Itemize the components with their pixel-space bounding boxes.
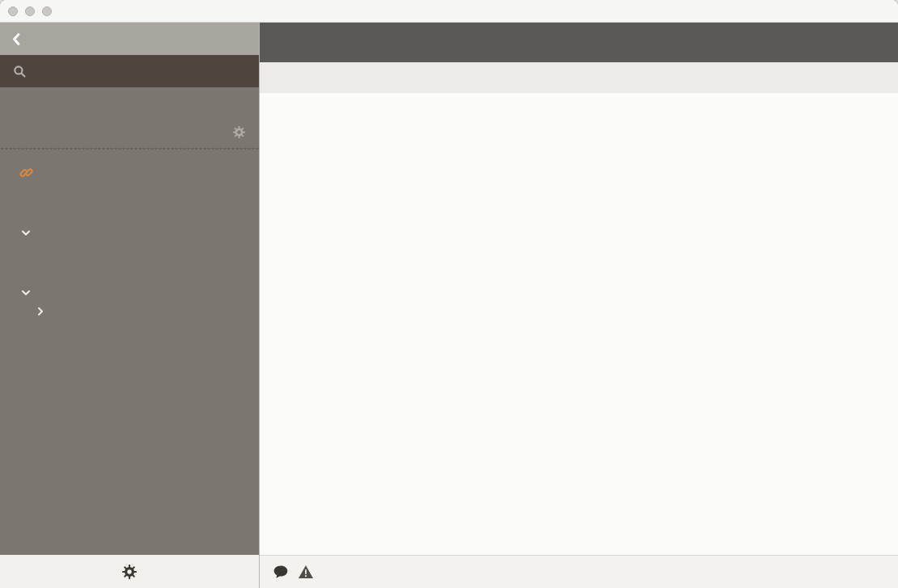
sidebar-header — [0, 23, 259, 55]
title-bar — [0, 0, 898, 23]
zigzag-divider — [0, 148, 259, 151]
status-bar — [260, 555, 898, 588]
source-file-row[interactable] — [0, 120, 259, 144]
less-section-heading — [0, 264, 259, 283]
source-section-heading — [0, 100, 259, 120]
sidebar-body — [0, 87, 259, 555]
less-root-folder-row[interactable] — [0, 283, 259, 302]
chevron-left-icon — [10, 32, 23, 46]
css-section-heading — [0, 204, 259, 223]
css-file-row[interactable] — [0, 242, 259, 260]
search-icon — [13, 65, 27, 78]
settings-gear-icon[interactable] — [121, 564, 138, 580]
window-close-button[interactable] — [8, 6, 18, 16]
log-bubble-icon[interactable] — [273, 565, 289, 580]
sidebar-footer — [0, 555, 259, 588]
back-button[interactable] — [0, 23, 32, 55]
css-folder-row[interactable] — [0, 223, 259, 242]
window-controls — [8, 6, 52, 16]
window-zoom-button[interactable] — [42, 6, 52, 16]
mixins-folder-row[interactable] — [0, 302, 259, 320]
warning-icon — [298, 565, 314, 579]
chevron-down-icon — [21, 288, 31, 298]
tab-group-bar — [260, 62, 898, 93]
chevron-down-icon — [21, 228, 31, 238]
link-icon — [19, 166, 33, 180]
window-minimize-button[interactable] — [25, 6, 35, 16]
chevron-right-icon — [36, 307, 45, 316]
linked-output-file[interactable] — [0, 159, 259, 186]
app-window — [0, 0, 898, 588]
source-settings-gear-icon[interactable] — [232, 125, 246, 139]
sidebar-search-bar[interactable] — [0, 55, 259, 87]
top-tab-bar — [260, 23, 898, 62]
code-editor[interactable] — [260, 93, 898, 555]
sidebar — [0, 23, 259, 588]
